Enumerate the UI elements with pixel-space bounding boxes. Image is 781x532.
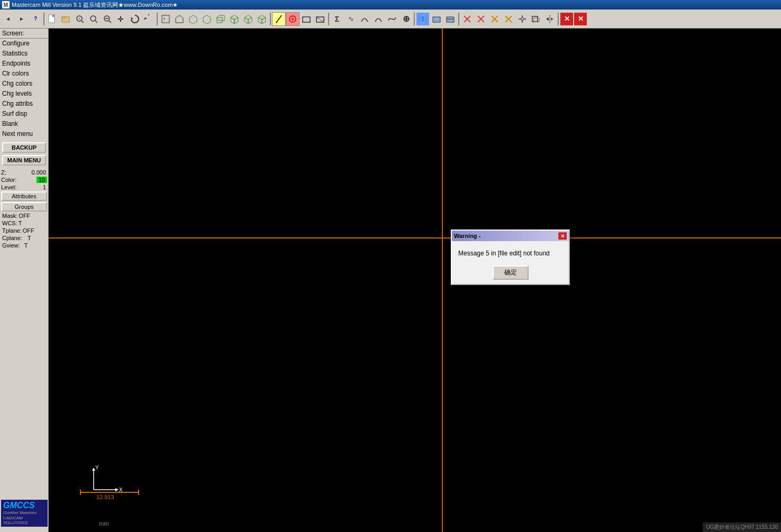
toolbar-btn-view-3d-2[interactable]: [200, 12, 214, 26]
toolbar-btn-new[interactable]: [46, 12, 59, 26]
toolbar-btn-pencil[interactable]: [272, 12, 286, 26]
sidebar-item-statistics[interactable]: Statistics: [0, 49, 48, 59]
wcs-value: T: [19, 220, 22, 226]
toolbar-btn-delete[interactable]: ✕: [560, 12, 574, 26]
svg-marker-30: [262, 17, 266, 24]
svg-marker-19: [203, 15, 211, 24]
toolbar-btn-plus[interactable]: ⊕: [399, 12, 413, 26]
sidebar-item-chg-colors[interactable]: Chg colors: [0, 79, 48, 89]
measurement-svg: 12.913: [78, 484, 141, 500]
groups-button[interactable]: Groups: [1, 202, 47, 212]
toolbar-btn-view-3d-1[interactable]: [186, 12, 200, 26]
window-title: Mastercam Mill Version 9.1 盗乐域资讯网★www.Do…: [12, 1, 178, 9]
toolbar-btn-arc2[interactable]: [371, 12, 385, 26]
svg-rect-1: [52, 15, 55, 17]
svg-line-10: [109, 21, 111, 23]
sidebar: Screen: Configure Statistics Endpoints C…: [0, 29, 49, 532]
svg-line-8: [95, 21, 97, 23]
toolbar-btn-rect2[interactable]: [313, 12, 327, 26]
svg-marker-26: [244, 17, 248, 24]
sidebar-item-endpoints[interactable]: Endpoints: [0, 59, 48, 69]
sidebar-item-chg-attribs[interactable]: Chg attribs: [0, 99, 48, 109]
cplane-row: Cplane: T: [0, 234, 48, 242]
toolbar-btn-back[interactable]: ◄: [1, 12, 15, 26]
mask-value: OFF: [19, 213, 30, 219]
toolbar-btn-wave[interactable]: ∿: [344, 12, 358, 26]
title-bar: M Mastercam Mill Version 9.1 盗乐域资讯网★www.…: [0, 0, 781, 10]
toolbar-btn-repaint[interactable]: [128, 12, 142, 26]
toolbar-btn-trim[interactable]: [515, 12, 529, 26]
tplane-row: Tplane: OFF: [0, 227, 48, 234]
svg-text:✛: ✛: [117, 15, 124, 23]
z-label: Z:: [1, 169, 30, 176]
toolbar-btn-x3[interactable]: [488, 12, 502, 26]
tplane-label: Tplane:: [2, 227, 22, 234]
toolbar-btn-view-iso-3[interactable]: [255, 12, 269, 26]
sidebar-item-chg-levels[interactable]: Chg levels: [0, 89, 48, 99]
toolbar-sep-1: [43, 13, 44, 25]
toolbar-btn-sphere[interactable]: [416, 12, 430, 26]
toolbar-btn-surf2[interactable]: [443, 12, 457, 26]
toolbar-btn-zoom-out[interactable]: [101, 12, 114, 26]
wcs-row: WCS: T: [0, 219, 48, 227]
toolbar-btn-x2[interactable]: [474, 12, 488, 26]
toolbar-btn-fwd[interactable]: ►: [15, 12, 29, 26]
toolbar-btn-offset[interactable]: [529, 12, 543, 26]
toolbar-btn-sigma[interactable]: Σ: [330, 12, 344, 26]
svg-point-7: [90, 16, 96, 21]
toolbar-btn-rect[interactable]: [299, 12, 313, 26]
color-value: 10: [37, 177, 47, 183]
wcs-label: WCS:: [2, 220, 17, 226]
toolbar-btn-circle[interactable]: [286, 12, 299, 26]
gview-row: Gview: T: [0, 242, 48, 249]
toolbar-btn-zoom-in[interactable]: [87, 12, 101, 26]
svg-rect-56: [534, 18, 539, 22]
toolbar-btn-view-iso-2[interactable]: [241, 12, 255, 26]
main-menu-button[interactable]: MAIN MENU: [2, 155, 46, 166]
svg-point-39: [419, 15, 426, 23]
toolbar-btn-zoom-fit[interactable]: +: [73, 12, 87, 26]
toolbar-btn-view-iso-1[interactable]: [228, 12, 241, 26]
toolbar-btn-x4[interactable]: [502, 12, 515, 26]
toolbar-btn-help[interactable]: ?: [29, 12, 42, 26]
svg-marker-29: [258, 17, 262, 24]
toolbar-btn-mirror[interactable]: [543, 12, 557, 26]
toolbar-btn-undo[interactable]: [142, 12, 156, 26]
cplane-value: T: [28, 235, 31, 241]
toolbar-sep-4: [328, 13, 329, 25]
toolbar-btn-view-front[interactable]: [172, 12, 186, 26]
backup-button[interactable]: BACKUP: [2, 142, 46, 153]
svg-rect-3: [62, 16, 65, 18]
sidebar-item-blank[interactable]: Blank: [0, 119, 48, 129]
toolbar-btn-arc1[interactable]: [358, 12, 371, 26]
svg-marker-23: [231, 17, 234, 24]
toolbar-btn-delete2[interactable]: ✕: [574, 12, 587, 26]
z-value: 0.000: [30, 169, 47, 176]
horizontal-crosshair: [49, 237, 781, 239]
toolbar-btn-view-top[interactable]: T: [159, 12, 172, 26]
toolbar-btn-spline[interactable]: [385, 12, 399, 26]
toolbar-btn-x1[interactable]: [460, 12, 474, 26]
sidebar-item-next-menu[interactable]: Next menu: [0, 129, 48, 139]
cplane-label: Cplane:: [2, 235, 22, 241]
sidebar-item-clr-colors[interactable]: Clr colors: [0, 69, 48, 79]
svg-text:12.913: 12.913: [96, 494, 114, 500]
level-value: 1: [42, 184, 47, 190]
logo-text: GMCCS: [3, 501, 46, 510]
svg-rect-54: [521, 18, 523, 20]
svg-rect-36: [303, 17, 310, 22]
sidebar-item-configure[interactable]: Configure: [0, 39, 48, 49]
svg-text:Y: Y: [95, 465, 99, 471]
toolbar-btn-open[interactable]: [59, 12, 73, 26]
sidebar-item-surf-disp[interactable]: Surf disp: [0, 109, 48, 119]
dialog-close-button[interactable]: ✕: [558, 232, 567, 240]
svg-marker-14: [145, 17, 147, 19]
tplane-value: OFF: [23, 227, 34, 234]
toolbar-btn-view-3d-3[interactable]: [214, 12, 228, 26]
toolbar-btn-surf1[interactable]: [430, 12, 443, 26]
canvas-area[interactable]: Y X 12.913 mm UG爱好者论坛QH97.1155.130 Warni…: [49, 29, 781, 532]
toolbar-btn-pan[interactable]: ✛: [114, 12, 128, 26]
dialog-ok-button[interactable]: 确定: [493, 265, 529, 280]
attributes-button[interactable]: Attributes: [1, 191, 47, 201]
toolbar-sep-7: [558, 13, 559, 25]
